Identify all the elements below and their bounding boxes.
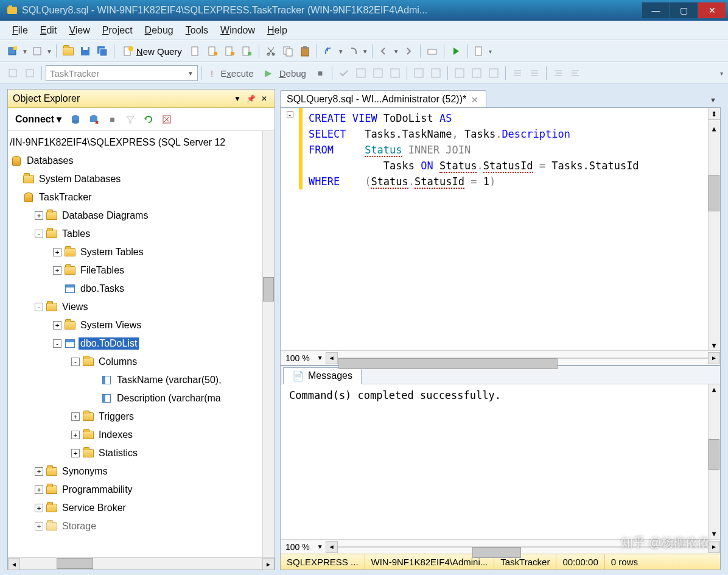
- intellisense-button[interactable]: [387, 65, 403, 81]
- results-text-button[interactable]: [452, 65, 467, 81]
- new-query-button[interactable]: New Query: [118, 44, 187, 58]
- query-options-button[interactable]: [370, 65, 386, 81]
- tree-taskname-col[interactable]: TaskName (varchar(50),: [8, 371, 275, 389]
- zoom-dropdown[interactable]: ▼: [315, 355, 326, 361]
- tree-columns[interactable]: -Columns: [8, 353, 275, 371]
- tree-triggers[interactable]: +Triggers: [8, 407, 275, 426]
- messages-zoom[interactable]: 100 %: [281, 542, 315, 552]
- open-button[interactable]: [60, 43, 76, 59]
- maximize-button[interactable]: ▢: [670, 2, 698, 18]
- nav-back-button[interactable]: [376, 43, 392, 59]
- editor-vscrollbar[interactable]: ⬍ ▲ ▼: [708, 108, 720, 350]
- tree-hscrollbar[interactable]: ◄ ►: [8, 557, 275, 570]
- tree-tables[interactable]: -Tables: [8, 225, 275, 243]
- outdent-button[interactable]: [567, 65, 583, 81]
- panel-close-icon[interactable]: ✕: [259, 93, 270, 104]
- hscroll-left[interactable]: ◄: [326, 352, 338, 364]
- results-grid-button[interactable]: [469, 65, 485, 81]
- refresh-button[interactable]: [141, 111, 156, 127]
- mdx-query-button[interactable]: [222, 43, 238, 59]
- start-button[interactable]: [448, 43, 464, 59]
- tree-statistics[interactable]: +Statistics: [8, 444, 275, 462]
- messages-vscrollbar[interactable]: ▲ ▼: [708, 384, 720, 539]
- tree-databases[interactable]: Databases: [8, 152, 275, 170]
- messages-tab[interactable]: 📄 Messages: [283, 367, 362, 384]
- redo-button[interactable]: [345, 43, 361, 59]
- disconnect-button[interactable]: [86, 111, 102, 127]
- change-connection-button[interactable]: [5, 65, 21, 81]
- tree-description-col[interactable]: Description (varchar(ma: [8, 389, 275, 407]
- save-button[interactable]: [77, 43, 93, 59]
- minimize-button[interactable]: —: [642, 2, 670, 18]
- dmx-query-button[interactable]: [239, 43, 255, 59]
- menu-tools[interactable]: Tools: [180, 23, 214, 38]
- cancel-query-button[interactable]: ■: [312, 65, 328, 81]
- connect-db-button[interactable]: [68, 111, 83, 127]
- messages-body[interactable]: Command(s) completed successfully. ▲ ▼: [281, 384, 720, 539]
- connect-button[interactable]: Connect ▾: [12, 112, 65, 126]
- results-file-button[interactable]: [486, 65, 502, 81]
- panel-dropdown-icon[interactable]: ▼: [232, 93, 243, 104]
- comment-button[interactable]: [509, 65, 525, 81]
- find-button[interactable]: [472, 43, 488, 59]
- svg-rect-4: [33, 48, 41, 55]
- sql-editor[interactable]: - CREATE VIEW ToDoList AS SELECT Tasks.T…: [281, 108, 720, 350]
- cut-button[interactable]: [263, 43, 279, 59]
- tree-views[interactable]: -Views: [8, 298, 275, 316]
- close-button[interactable]: ✕: [698, 2, 726, 18]
- tree-storage[interactable]: +Storage: [8, 517, 275, 535]
- add-button[interactable]: [29, 43, 45, 59]
- tree-dbo-tasks[interactable]: dbo.Tasks: [8, 280, 275, 298]
- tree-indexes[interactable]: +Indexes: [8, 426, 275, 444]
- activity-button[interactable]: [424, 43, 440, 59]
- tree-tasktracker[interactable]: TaskTracker: [8, 188, 275, 206]
- tree-server[interactable]: /IN-9NF1K82EIF4\SQLEXPRESS (SQL Server 1…: [8, 133, 275, 152]
- split-icon[interactable]: ⬍: [708, 108, 720, 120]
- pin-icon[interactable]: 📌: [245, 93, 256, 104]
- tree-system-views[interactable]: +System Views: [8, 316, 275, 334]
- analysis-query-button[interactable]: [205, 43, 221, 59]
- tree-filetables[interactable]: +FileTables: [8, 261, 275, 280]
- actual-plan-button[interactable]: [411, 65, 427, 81]
- debug-query-button[interactable]: ▶ Debug: [260, 66, 311, 80]
- new-project-button[interactable]: [5, 43, 21, 59]
- indent-button[interactable]: [550, 65, 566, 81]
- client-stats-button[interactable]: [428, 65, 444, 81]
- menu-project[interactable]: Project: [96, 23, 139, 38]
- editor-tab[interactable]: SQLQuery8.sql - WI...Administrator (52))…: [280, 90, 486, 107]
- execute-button[interactable]: ! Execute: [206, 67, 259, 80]
- save-all-button[interactable]: [94, 43, 110, 59]
- menu-view[interactable]: View: [63, 23, 96, 38]
- paste-button[interactable]: [297, 43, 313, 59]
- zoom-value[interactable]: 100 %: [281, 353, 315, 363]
- nav-fwd-button[interactable]: [401, 43, 416, 59]
- db-engine-query-button[interactable]: [188, 43, 204, 59]
- sql-text[interactable]: CREATE VIEW ToDoList AS SELECT Tasks.Tas…: [303, 108, 708, 350]
- uncomment-button[interactable]: [527, 65, 542, 81]
- database-dropdown[interactable]: TaskTracker ▼: [46, 65, 198, 81]
- tree-programmability[interactable]: +Programmability: [8, 481, 275, 499]
- estimated-plan-button[interactable]: [353, 65, 369, 81]
- hscroll-right[interactable]: ►: [708, 352, 720, 364]
- policy-button[interactable]: [159, 111, 175, 127]
- tab-close-button[interactable]: ✕: [471, 95, 480, 104]
- parse-button[interactable]: [336, 65, 352, 81]
- menu-edit[interactable]: Edit: [34, 23, 63, 38]
- available-db-button[interactable]: [22, 65, 38, 81]
- tree-service-broker[interactable]: +Service Broker: [8, 499, 275, 517]
- filter-button[interactable]: [122, 111, 138, 127]
- menu-window[interactable]: Window: [214, 23, 261, 38]
- tree-database-diagrams[interactable]: +Database Diagrams: [8, 206, 275, 225]
- tree-dbo-todolist[interactable]: -dbo.ToDoList: [8, 334, 275, 353]
- tree-system-tables[interactable]: +System Tables: [8, 243, 275, 261]
- tree-synonyms[interactable]: +Synonyms: [8, 462, 275, 481]
- object-tree[interactable]: /IN-9NF1K82EIF4\SQLEXPRESS (SQL Server 1…: [8, 131, 275, 557]
- stop-button[interactable]: ■: [104, 111, 120, 127]
- menu-file[interactable]: File: [6, 23, 34, 38]
- copy-button[interactable]: [280, 43, 296, 59]
- menu-help[interactable]: Help: [261, 23, 293, 38]
- undo-button[interactable]: [321, 43, 337, 59]
- tree-system-databases[interactable]: System Databases: [8, 170, 275, 188]
- tree-vscrollbar[interactable]: [262, 131, 275, 557]
- menu-debug[interactable]: Debug: [139, 23, 180, 38]
